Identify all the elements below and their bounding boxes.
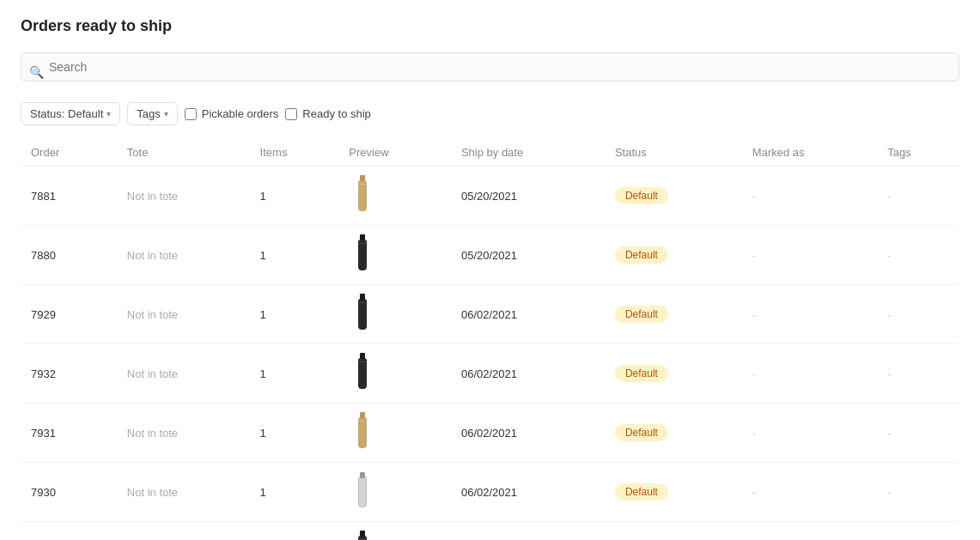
- items-count: 1: [250, 167, 339, 226]
- table-row[interactable]: 7931 Not in tote 1 06/02/2021 Default - …: [21, 403, 959, 463]
- order-number: 7929: [21, 285, 117, 344]
- pickable-orders-label: Pickable orders: [202, 107, 279, 120]
- order-number: 7880: [21, 226, 117, 285]
- product-preview: [338, 226, 451, 285]
- order-number: 7930: [21, 463, 117, 522]
- tote-status: Not in tote: [117, 167, 250, 226]
- product-preview: [338, 403, 451, 463]
- product-preview: [338, 344, 451, 403]
- marked-as: -: [742, 167, 877, 226]
- status-filter-label: Status: Default: [30, 107, 103, 120]
- status-cell: Default: [605, 167, 742, 226]
- status-badge: Default: [615, 306, 668, 323]
- status-badge: Default: [615, 365, 668, 382]
- items-count: 1: [250, 463, 339, 522]
- status-cell: Default: [605, 522, 742, 541]
- tote-status: Not in tote: [117, 403, 250, 463]
- table-row[interactable]: 7880 Not in tote 1 05/20/2021 Default - …: [21, 226, 959, 285]
- col-status: Status: [605, 139, 742, 167]
- marked-as: -: [742, 403, 877, 463]
- order-number: 7931: [21, 403, 117, 463]
- ship-by-date: 09/29/2021: [451, 522, 605, 541]
- ship-by-date: 06/02/2021: [451, 344, 605, 403]
- col-order: Order: [21, 139, 117, 167]
- pickable-orders-checkbox-input[interactable]: [185, 108, 197, 120]
- tags-filter-label: Tags: [137, 107, 160, 120]
- pickable-orders-checkbox[interactable]: Pickable orders: [185, 107, 279, 120]
- tote-status: Not in tote: [117, 285, 250, 344]
- status-badge: Default: [615, 246, 668, 264]
- table-body: 7881 Not in tote 1 05/20/2021 Default - …: [21, 167, 959, 541]
- marked-as: -: [742, 522, 877, 541]
- table-row[interactable]: 7929 Not in tote 1 06/02/2021 Default - …: [21, 285, 959, 344]
- marked-as: -: [742, 285, 877, 344]
- order-number: 7881: [21, 167, 117, 226]
- ready-to-ship-label: Ready to ship: [302, 107, 371, 120]
- tote-status: Not in tote: [117, 226, 250, 285]
- tags-cell: -: [877, 522, 959, 541]
- filters-row: Status: Default ▾ Tags ▾ Pickable orders…: [21, 102, 959, 125]
- search-wrapper: 🔍: [21, 52, 959, 92]
- ship-by-date: 05/20/2021: [451, 226, 605, 285]
- order-number: 7972: [21, 522, 117, 541]
- items-count: 1: [250, 344, 339, 403]
- status-badge: Default: [615, 424, 668, 441]
- search-icon: 🔍: [29, 65, 44, 79]
- ship-by-date: 06/02/2021: [451, 403, 605, 463]
- orders-table: Order Tote Items Preview Ship by date St…: [21, 139, 959, 540]
- product-preview: [338, 522, 451, 541]
- status-cell: Default: [605, 226, 742, 285]
- tote-status: Not in tote: [117, 522, 250, 541]
- table-row[interactable]: 7881 Not in tote 1 05/20/2021 Default - …: [21, 167, 959, 226]
- status-cell: Default: [605, 344, 742, 403]
- page-container: Orders ready to ship 🔍 Status: Default ▾…: [0, 0, 980, 540]
- tote-status: Not in tote: [117, 344, 250, 403]
- table-row[interactable]: 7972 Not in tote 1 09/29/2021 Default - …: [21, 522, 959, 541]
- tags-cell: -: [877, 167, 959, 226]
- items-count: 1: [250, 522, 339, 541]
- tags-cell: -: [877, 403, 959, 463]
- order-number: 7932: [21, 344, 117, 403]
- product-preview: [338, 167, 451, 226]
- tags-cell: -: [877, 463, 959, 522]
- tags-chevron-icon: ▾: [164, 109, 168, 118]
- ship-by-date: 05/20/2021: [451, 167, 605, 226]
- tags-filter-dropdown[interactable]: Tags ▾: [127, 102, 177, 125]
- tote-status: Not in tote: [117, 463, 250, 522]
- product-preview: [338, 285, 451, 344]
- ready-to-ship-checkbox-input[interactable]: [285, 108, 297, 120]
- items-count: 1: [250, 226, 339, 285]
- col-tote: Tote: [117, 139, 250, 167]
- ship-by-date: 06/02/2021: [451, 463, 605, 522]
- status-badge: Default: [615, 483, 668, 501]
- col-marked-as: Marked as: [742, 139, 877, 167]
- status-filter-dropdown[interactable]: Status: Default ▾: [21, 102, 120, 125]
- tags-cell: -: [877, 226, 959, 285]
- tags-cell: -: [877, 285, 959, 344]
- items-count: 1: [250, 403, 339, 463]
- col-ship-by: Ship by date: [451, 139, 605, 167]
- product-preview: [338, 463, 451, 522]
- status-cell: Default: [605, 463, 742, 522]
- marked-as: -: [742, 226, 877, 285]
- status-cell: Default: [605, 285, 742, 344]
- status-cell: Default: [605, 403, 742, 463]
- search-input[interactable]: [21, 52, 959, 82]
- table-row[interactable]: 7930 Not in tote 1 06/02/2021 Default - …: [21, 463, 959, 522]
- ready-to-ship-checkbox[interactable]: Ready to ship: [285, 107, 371, 120]
- status-chevron-icon: ▾: [107, 109, 111, 118]
- table-row[interactable]: 7932 Not in tote 1 06/02/2021 Default - …: [21, 344, 959, 403]
- status-badge: Default: [615, 187, 668, 204]
- marked-as: -: [742, 344, 877, 403]
- col-items: Items: [250, 139, 339, 167]
- col-tags: Tags: [877, 139, 959, 167]
- items-count: 1: [250, 285, 339, 344]
- page-title: Orders ready to ship: [21, 17, 959, 35]
- col-preview: Preview: [338, 139, 451, 167]
- table-header: Order Tote Items Preview Ship by date St…: [21, 139, 959, 167]
- marked-as: -: [742, 463, 877, 522]
- tags-cell: -: [877, 344, 959, 403]
- ship-by-date: 06/02/2021: [451, 285, 605, 344]
